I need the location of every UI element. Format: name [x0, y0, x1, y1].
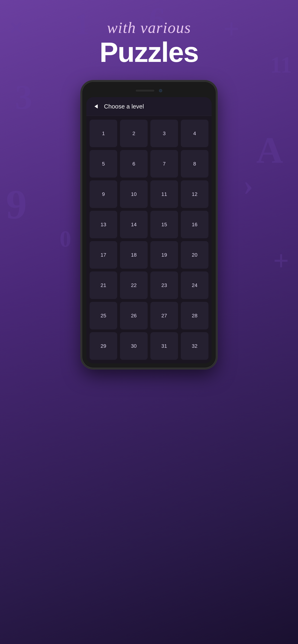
level-cell-11[interactable]: 11: [150, 180, 178, 208]
level-cell-22[interactable]: 22: [120, 272, 148, 299]
level-number-1: 1: [102, 130, 105, 136]
level-number-17: 17: [101, 252, 106, 258]
level-cell-26[interactable]: 26: [120, 302, 148, 330]
level-cell-15[interactable]: 15: [150, 211, 178, 238]
level-number-19: 19: [161, 252, 167, 258]
level-number-15: 15: [161, 222, 167, 228]
level-cell-14[interactable]: 14: [120, 211, 148, 238]
level-cell-32[interactable]: 32: [181, 332, 208, 360]
level-number-7: 7: [163, 161, 165, 167]
top-section: with various Puzzles: [0, 0, 298, 81]
level-number-10: 10: [131, 191, 136, 197]
title-text: Puzzles: [0, 37, 298, 68]
level-cell-12[interactable]: 12: [181, 180, 208, 208]
level-number-2: 2: [132, 130, 135, 136]
level-cell-24[interactable]: 24: [181, 272, 208, 299]
phone-notch-area: [86, 86, 212, 95]
level-cell-21[interactable]: 21: [90, 272, 117, 299]
level-cell-20[interactable]: 20: [181, 241, 208, 269]
level-number-14: 14: [131, 222, 136, 228]
level-number-31: 31: [161, 343, 167, 349]
level-cell-18[interactable]: 18: [120, 241, 148, 269]
level-number-8: 8: [193, 161, 196, 167]
level-cell-27[interactable]: 27: [150, 302, 178, 330]
level-cell-4[interactable]: 4: [181, 120, 208, 147]
level-cell-25[interactable]: 25: [90, 302, 117, 330]
level-cell-1[interactable]: 1: [90, 120, 117, 147]
level-cell-7[interactable]: 7: [150, 150, 178, 178]
level-cell-2[interactable]: 2: [120, 120, 148, 147]
level-number-3: 3: [163, 130, 165, 136]
level-number-18: 18: [131, 252, 136, 258]
level-cell-29[interactable]: 29: [90, 332, 117, 360]
level-number-9: 9: [102, 191, 105, 197]
phone-container: Choose a level 1234567891011121314151617…: [0, 81, 298, 368]
phone-camera: [159, 89, 162, 92]
level-cell-16[interactable]: 16: [181, 211, 208, 238]
level-cell-23[interactable]: 23: [150, 272, 178, 299]
level-number-32: 32: [192, 343, 197, 349]
back-button[interactable]: [92, 102, 100, 110]
subtitle-text: with various: [0, 18, 298, 37]
level-cell-31[interactable]: 31: [150, 332, 178, 360]
level-cell-5[interactable]: 5: [90, 150, 117, 178]
level-number-5: 5: [102, 161, 105, 167]
level-number-28: 28: [192, 313, 197, 319]
phone-screen: Choose a level 1234567891011121314151617…: [86, 97, 212, 364]
level-number-26: 26: [131, 313, 136, 319]
level-cell-6[interactable]: 6: [120, 150, 148, 178]
level-cell-28[interactable]: 28: [181, 302, 208, 330]
level-number-12: 12: [192, 191, 197, 197]
level-cell-30[interactable]: 30: [120, 332, 148, 360]
level-number-27: 27: [161, 313, 167, 319]
level-number-25: 25: [101, 313, 106, 319]
level-number-20: 20: [192, 252, 197, 258]
screen-title: Choose a level: [104, 103, 144, 110]
level-number-23: 23: [161, 282, 167, 288]
level-number-6: 6: [132, 161, 135, 167]
back-chevron-icon: [95, 104, 98, 108]
level-cell-8[interactable]: 8: [181, 150, 208, 178]
level-number-16: 16: [192, 222, 197, 228]
level-cell-9[interactable]: 9: [90, 180, 117, 208]
level-number-21: 21: [101, 282, 106, 288]
level-number-24: 24: [192, 282, 197, 288]
level-cell-10[interactable]: 10: [120, 180, 148, 208]
level-number-22: 22: [131, 282, 136, 288]
level-number-29: 29: [101, 343, 106, 349]
level-cell-17[interactable]: 17: [90, 241, 117, 269]
levels-grid: 1234567891011121314151617181920212223242…: [86, 116, 212, 364]
level-cell-3[interactable]: 3: [150, 120, 178, 147]
level-number-11: 11: [161, 191, 167, 197]
level-number-4: 4: [193, 130, 196, 136]
level-cell-13[interactable]: 13: [90, 211, 117, 238]
level-number-30: 30: [131, 343, 136, 349]
phone-speaker: [136, 90, 154, 92]
screen-header: Choose a level: [86, 97, 212, 116]
level-cell-19[interactable]: 19: [150, 241, 178, 269]
level-number-13: 13: [101, 222, 106, 228]
phone-frame: Choose a level 1234567891011121314151617…: [82, 81, 216, 368]
